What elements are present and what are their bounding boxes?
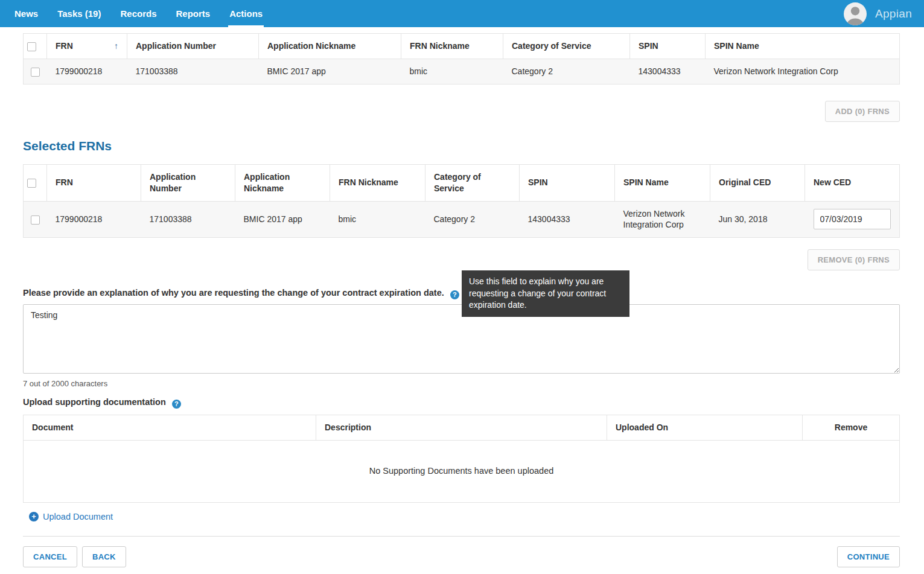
column-header-frn-nickname[interactable]: FRN Nickname: [330, 164, 425, 201]
documents-table: Document Description Uploaded On Remove …: [23, 415, 900, 502]
column-header-spin[interactable]: SPIN: [520, 164, 615, 201]
column-header-spin[interactable]: SPIN: [630, 34, 706, 59]
nav-right: Appian: [844, 0, 914, 27]
top-nav: News Tasks (19) Records Reports Actions …: [0, 0, 924, 27]
nav-item-tasks[interactable]: Tasks (19): [48, 0, 110, 27]
row-checkbox[interactable]: [31, 68, 40, 77]
cell-category-of-service: Category 2: [425, 201, 520, 238]
cell-frn-nickname: bmic: [330, 201, 425, 238]
cell-application-nickname: BMIC 2017 app: [235, 201, 330, 238]
column-header-frn[interactable]: FRN: [47, 164, 141, 201]
column-header-frn[interactable]: FRN↑: [47, 34, 127, 59]
column-header-spin-name[interactable]: SPIN Name: [615, 164, 710, 201]
cell-spin-name: Verizon Network Integration Corp: [706, 59, 900, 84]
cell-original-ced: Jun 30, 2018: [710, 201, 805, 238]
cell-application-number: 171003388: [141, 201, 235, 238]
available-frns-table: FRN↑ Application Number Application Nick…: [23, 33, 900, 85]
character-counter: 7 out of 2000 characters: [23, 379, 900, 388]
column-header-description: Description: [316, 415, 607, 441]
help-icon[interactable]: ?: [172, 400, 181, 409]
footer-divider: [23, 536, 900, 537]
upload-document-row: + Upload Document: [23, 503, 900, 530]
table-row: 1799000218 171003388 BMIC 2017 app bmic …: [24, 201, 900, 238]
nav-item-reports[interactable]: Reports: [166, 0, 220, 27]
empty-documents-row: No Supporting Documents have been upload…: [24, 441, 900, 503]
column-header-uploaded-on: Uploaded On: [607, 415, 803, 441]
cell-frn: 1799000218: [47, 59, 127, 84]
column-header-application-number[interactable]: Application Number: [127, 34, 259, 59]
column-header-frn-nickname[interactable]: FRN Nickname: [401, 34, 503, 59]
footer-buttons: CANCEL BACK CONTINUE: [23, 546, 900, 567]
brand-logo: Appian: [875, 7, 912, 21]
column-header-category-of-service[interactable]: Category of Service: [425, 164, 520, 201]
select-all-checkbox[interactable]: [27, 179, 36, 188]
selected-frns-table: FRN Application Number Application Nickn…: [23, 164, 900, 238]
row-checkbox[interactable]: [31, 215, 40, 225]
user-avatar[interactable]: [844, 2, 867, 25]
cancel-button[interactable]: CANCEL: [23, 546, 77, 567]
remove-frns-button[interactable]: REMOVE (0) FRNS: [808, 249, 900, 270]
help-tooltip: Use this field to explain why you are re…: [462, 270, 629, 317]
main-content: FRN↑ Application Number Application Nick…: [0, 27, 924, 574]
cell-application-nickname: BMIC 2017 app: [259, 59, 401, 84]
column-header-application-number[interactable]: Application Number: [141, 164, 235, 201]
column-header-new-ced[interactable]: New CED: [805, 164, 900, 201]
explanation-label-row: Please provide an explanation of why you…: [23, 288, 900, 299]
upload-label-row: Upload supporting documentation ?: [23, 397, 900, 409]
plus-circle-icon: +: [29, 512, 39, 521]
documents-header-row: Document Description Uploaded On Remove: [24, 415, 900, 441]
nav-items: News Tasks (19) Records Reports Actions: [5, 0, 272, 27]
selected-frns-title: Selected FRNs: [23, 139, 900, 153]
empty-documents-message: No Supporting Documents have been upload…: [24, 441, 900, 503]
column-header-original-ced[interactable]: Original CED: [710, 164, 805, 201]
cell-frn-nickname: bmic: [401, 59, 503, 84]
selected-frns-header-row: FRN Application Number Application Nickn…: [24, 164, 900, 201]
column-header-document: Document: [24, 415, 316, 441]
column-header-label: FRN: [56, 41, 73, 51]
upload-document-link[interactable]: Upload Document: [43, 512, 113, 521]
add-frns-button[interactable]: ADD (0) FRNS: [825, 101, 900, 122]
nav-item-records[interactable]: Records: [110, 0, 166, 27]
cell-spin: 143004333: [630, 59, 706, 84]
nav-item-news[interactable]: News: [5, 0, 48, 27]
cell-spin: 143004333: [520, 201, 615, 238]
sort-ascending-icon[interactable]: ↑: [114, 40, 118, 52]
column-header-category-of-service[interactable]: Category of Service: [503, 34, 630, 59]
column-header-application-nickname[interactable]: Application Nickname: [259, 34, 401, 59]
cell-application-number: 171003388: [127, 59, 259, 84]
upload-documentation-label: Upload supporting documentation: [23, 397, 166, 407]
new-ced-input[interactable]: [814, 209, 891, 229]
nav-item-actions[interactable]: Actions: [220, 0, 272, 27]
help-icon[interactable]: ?: [450, 290, 459, 299]
select-all-checkbox[interactable]: [27, 42, 36, 51]
explanation-label: Please provide an explanation of why you…: [23, 288, 444, 298]
column-header-remove: Remove: [803, 415, 900, 441]
column-header-application-nickname[interactable]: Application Nickname: [235, 164, 330, 201]
cell-category-of-service: Category 2: [503, 59, 630, 84]
continue-button[interactable]: CONTINUE: [837, 546, 900, 567]
table-row: 1799000218 171003388 BMIC 2017 app bmic …: [24, 59, 900, 84]
column-header-spin-name[interactable]: SPIN Name: [706, 34, 900, 59]
person-icon: [844, 2, 867, 25]
cell-frn: 1799000218: [47, 201, 141, 238]
cell-spin-name: Verizon Network Integration Corp: [615, 201, 710, 238]
cell-new-ced: [805, 201, 900, 238]
available-frns-header-row: FRN↑ Application Number Application Nick…: [24, 34, 900, 59]
back-button[interactable]: BACK: [82, 546, 126, 567]
